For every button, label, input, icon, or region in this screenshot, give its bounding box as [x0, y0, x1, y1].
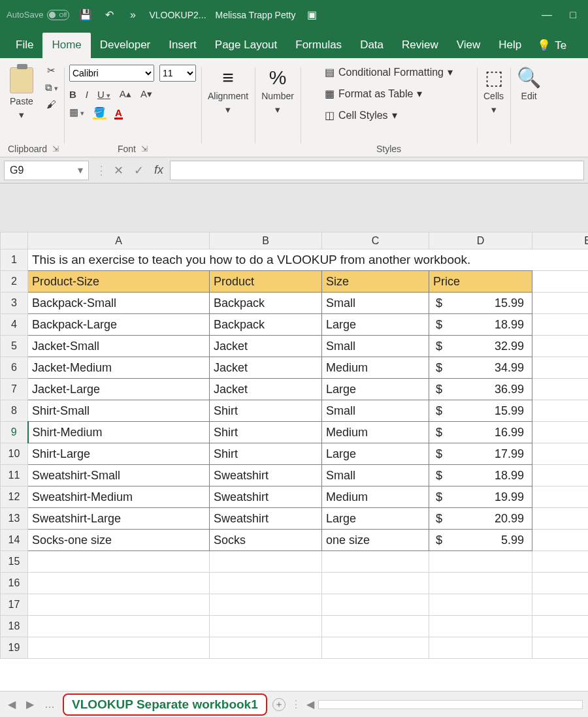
tab-formulas[interactable]: Formulas: [286, 33, 351, 58]
row-header[interactable]: 19: [1, 637, 28, 659]
tab-help[interactable]: Help: [489, 33, 531, 58]
cell[interactable]: [532, 336, 589, 357]
tab-developer[interactable]: Developer: [91, 33, 160, 58]
cell[interactable]: [28, 616, 210, 637]
cancel-formula-icon[interactable]: ✕: [114, 163, 123, 178]
col-header-E[interactable]: E: [532, 232, 589, 249]
name-box-handle-icon[interactable]: ⋮: [95, 163, 107, 178]
cell[interactable]: Backpack: [210, 293, 322, 314]
cell[interactable]: [532, 637, 589, 659]
paste-dropdown-icon[interactable]: ▾: [19, 109, 24, 121]
cell[interactable]: [210, 594, 322, 616]
tab-page-layout[interactable]: Page Layout: [206, 33, 286, 58]
cell[interactable]: [429, 573, 532, 594]
qat-more-icon[interactable]: »: [125, 9, 140, 21]
font-dialog-icon[interactable]: ⇲: [141, 144, 148, 153]
conditional-formatting-button[interactable]: ▤ Conditional Formatting▾: [325, 65, 453, 80]
col-header-B[interactable]: B: [210, 232, 322, 249]
clipboard-dialog-icon[interactable]: ⇲: [52, 144, 59, 153]
cell[interactable]: Sweatshirt-Large: [28, 508, 210, 530]
hscroll-left[interactable]: ◀: [306, 698, 314, 710]
cell[interactable]: [532, 465, 589, 486]
row-header[interactable]: 4: [1, 314, 28, 336]
sheet-nav-next[interactable]: ▶: [24, 698, 37, 710]
cell[interactable]: [210, 573, 322, 594]
row-header[interactable]: 8: [1, 400, 28, 422]
save-icon[interactable]: 💾: [78, 8, 93, 21]
cell[interactable]: [322, 551, 429, 573]
cell[interactable]: Sweatshirt-Medium: [28, 486, 210, 508]
sheet-tab-active[interactable]: VLOOKUP Separate workbook1: [63, 693, 267, 716]
header-cell[interactable]: Product: [210, 271, 322, 293]
increase-font-icon[interactable]: A▴: [120, 88, 131, 100]
format-painter-icon[interactable]: 🖌: [46, 99, 56, 110]
tab-home[interactable]: Home: [42, 33, 90, 58]
cell[interactable]: Sweatshirt-Small: [28, 465, 210, 486]
cell[interactable]: [532, 551, 589, 573]
cells-button[interactable]: ⬚ Cells ▾: [482, 65, 505, 118]
cell[interactable]: [210, 616, 322, 637]
row-header[interactable]: 2: [1, 271, 28, 293]
col-header-A[interactable]: A: [28, 232, 210, 249]
cell[interactable]: Jacket-Small: [28, 336, 210, 357]
cell[interactable]: [210, 551, 322, 573]
cell[interactable]: [28, 551, 210, 573]
cell[interactable]: Sweatshirt: [210, 508, 322, 530]
cell[interactable]: [532, 530, 589, 551]
cell[interactable]: Backpack: [210, 314, 322, 336]
worksheet[interactable]: A B C D E 1This is an exercise to teach …: [0, 232, 588, 691]
cell[interactable]: [532, 443, 589, 465]
cell[interactable]: Shirt: [210, 400, 322, 422]
maximize-button[interactable]: □: [564, 9, 581, 21]
header-cell[interactable]: Product-Size: [28, 271, 210, 293]
tab-view[interactable]: View: [448, 33, 490, 58]
cell[interactable]: $18.99: [429, 465, 532, 486]
cell[interactable]: Jacket: [210, 357, 322, 379]
select-all-corner[interactable]: [1, 232, 28, 249]
row-header[interactable]: 15: [1, 551, 28, 573]
row-header[interactable]: 18: [1, 616, 28, 637]
autosave-pill[interactable]: Off: [47, 10, 69, 20]
autosave-toggle[interactable]: AutoSave Off: [7, 10, 69, 20]
row-header[interactable]: 13: [1, 508, 28, 530]
new-sheet-button[interactable]: ＋: [272, 698, 286, 711]
cell[interactable]: Shirt-Small: [28, 400, 210, 422]
cell[interactable]: [532, 486, 589, 508]
format-as-table-button[interactable]: ▦ Format as Table▾: [325, 86, 422, 101]
cell[interactable]: $15.99: [429, 293, 532, 314]
cell[interactable]: $36.99: [429, 379, 532, 400]
cell[interactable]: [429, 616, 532, 637]
cell[interactable]: Shirt: [210, 422, 322, 443]
row-header[interactable]: 12: [1, 486, 28, 508]
col-header-C[interactable]: C: [322, 232, 429, 249]
minimize-button[interactable]: —: [538, 9, 555, 21]
cell[interactable]: [28, 573, 210, 594]
undo-icon[interactable]: ↶: [102, 8, 116, 21]
row-header[interactable]: 6: [1, 357, 28, 379]
row-header[interactable]: 7: [1, 379, 28, 400]
underline-button[interactable]: U: [97, 89, 110, 100]
cell[interactable]: Large: [322, 314, 429, 336]
cell[interactable]: [322, 637, 429, 659]
decrease-font-icon[interactable]: A▾: [140, 88, 152, 100]
header-cell[interactable]: Size: [322, 271, 429, 293]
row-header[interactable]: 11: [1, 465, 28, 486]
tab-file[interactable]: File: [7, 33, 42, 58]
cell[interactable]: Jacket-Large: [28, 379, 210, 400]
cell[interactable]: Small: [322, 293, 429, 314]
cell[interactable]: Small: [322, 336, 429, 357]
cell[interactable]: [532, 616, 589, 637]
alignment-button[interactable]: ≡ Alignment ▾: [206, 65, 250, 118]
paste-button[interactable]: Paste ▾: [8, 65, 35, 123]
cell[interactable]: [532, 400, 589, 422]
cell[interactable]: Socks-one size: [28, 530, 210, 551]
cell[interactable]: $18.99: [429, 314, 532, 336]
fx-icon[interactable]: fx: [154, 163, 163, 177]
cell[interactable]: Sweatshirt: [210, 465, 322, 486]
cell[interactable]: Backpack-Small: [28, 293, 210, 314]
cell[interactable]: Jacket: [210, 336, 322, 357]
alignment-dropdown-icon[interactable]: ▾: [225, 104, 231, 116]
cell[interactable]: [210, 637, 322, 659]
cell[interactable]: $16.99: [429, 422, 532, 443]
row-header[interactable]: 5: [1, 336, 28, 357]
